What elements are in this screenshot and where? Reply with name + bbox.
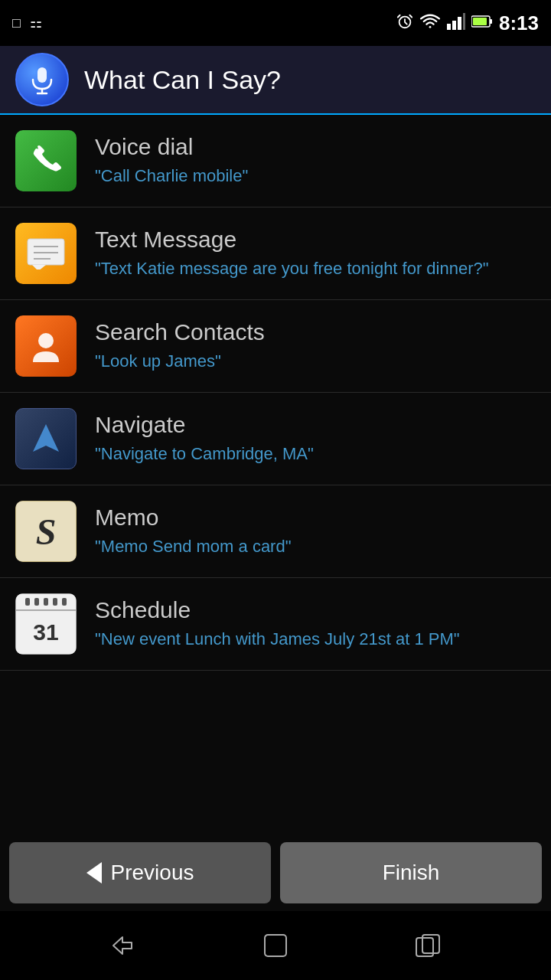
text-message-icon xyxy=(15,223,77,284)
voice-dial-example: "Call Charlie mobile" xyxy=(95,165,536,188)
chevron-left-icon xyxy=(86,862,102,884)
home-button[interactable] xyxy=(245,923,306,969)
battery-icon xyxy=(471,15,493,32)
svg-marker-12 xyxy=(32,265,46,270)
navigate-icon xyxy=(15,408,77,469)
status-time: 8:13 xyxy=(499,11,539,35)
usb-icon: ⚏ xyxy=(30,15,42,31)
status-left-icons: □ ⚏ xyxy=(12,15,42,31)
search-contacts-example: "Look up James" xyxy=(95,350,536,374)
schedule-text: Schedule "New event Lunch with James Jul… xyxy=(95,597,536,652)
previous-label: Previous xyxy=(111,861,194,885)
alarm-icon xyxy=(396,13,413,34)
navigate-text: Navigate "Navigate to Cambridge, MA" xyxy=(95,412,536,466)
navigate-title: Navigate xyxy=(95,412,536,438)
search-contacts-text: Search Contacts "Look up James" xyxy=(95,319,536,374)
voice-dial-title: Voice dial xyxy=(95,134,536,160)
schedule-example: "New event Lunch with James July 21st at… xyxy=(95,628,536,652)
svg-point-16 xyxy=(38,333,54,348)
svg-rect-8 xyxy=(37,67,47,83)
back-button[interactable] xyxy=(92,923,153,969)
signal-icon xyxy=(447,13,465,34)
svg-rect-2 xyxy=(452,21,456,30)
search-contacts-title: Search Contacts xyxy=(95,319,536,345)
memo-text: Memo "Memo Send mom a card" xyxy=(95,505,536,559)
status-bar: □ ⚏ xyxy=(0,0,551,46)
list-item-text-message[interactable]: Text Message "Text Katie message are you… xyxy=(0,207,551,300)
mic-icon xyxy=(15,53,69,106)
svg-rect-1 xyxy=(447,24,451,30)
voice-dial-text: Voice dial "Call Charlie mobile" xyxy=(95,134,536,188)
list-item-schedule[interactable]: 31 Schedule "New event Lunch with James … xyxy=(0,578,551,671)
svg-rect-4 xyxy=(463,13,465,30)
svg-rect-7 xyxy=(473,18,487,25)
text-message-example: "Text Katie message are you free tonight… xyxy=(95,257,536,281)
bottom-nav-bar xyxy=(0,911,551,980)
calendar-top xyxy=(16,594,76,611)
search-contacts-icon xyxy=(15,315,77,377)
text-message-text: Text Message "Text Katie message are you… xyxy=(95,227,536,281)
recents-button[interactable] xyxy=(398,923,459,969)
page-title: What Can I Say? xyxy=(84,65,281,95)
list-item-search-contacts[interactable]: Search Contacts "Look up James" xyxy=(0,300,551,393)
svg-marker-17 xyxy=(33,424,59,452)
list-item-voice-dial[interactable]: Voice dial "Call Charlie mobile" xyxy=(0,115,551,207)
device-icon: □ xyxy=(12,15,21,31)
schedule-title: Schedule xyxy=(95,597,536,623)
finish-label: Finish xyxy=(383,861,440,885)
text-message-title: Text Message xyxy=(95,227,536,253)
schedule-icon: 31 xyxy=(15,593,77,655)
calendar-day: 31 xyxy=(33,619,58,645)
memo-icon: S xyxy=(15,501,77,562)
previous-button[interactable]: Previous xyxy=(9,842,271,903)
list-container: Voice dial "Call Charlie mobile" Text Me… xyxy=(0,115,551,671)
wifi-icon xyxy=(419,13,441,34)
svg-rect-18 xyxy=(265,935,286,956)
nav-buttons: Previous Finish xyxy=(0,835,551,911)
svg-rect-6 xyxy=(490,19,492,24)
navigate-example: "Navigate to Cambridge, MA" xyxy=(95,443,536,466)
svg-rect-3 xyxy=(458,17,461,30)
memo-s-letter: S xyxy=(36,511,57,553)
status-right-icons: 8:13 xyxy=(396,11,539,35)
finish-button[interactable]: Finish xyxy=(280,842,542,903)
memo-title: Memo xyxy=(95,505,536,531)
voice-dial-icon xyxy=(15,130,77,191)
list-item-memo[interactable]: S Memo "Memo Send mom a card" xyxy=(0,485,551,578)
memo-example: "Memo Send mom a card" xyxy=(95,535,536,559)
list-item-navigate[interactable]: Navigate "Navigate to Cambridge, MA" xyxy=(0,393,551,485)
header: What Can I Say? xyxy=(0,46,551,115)
